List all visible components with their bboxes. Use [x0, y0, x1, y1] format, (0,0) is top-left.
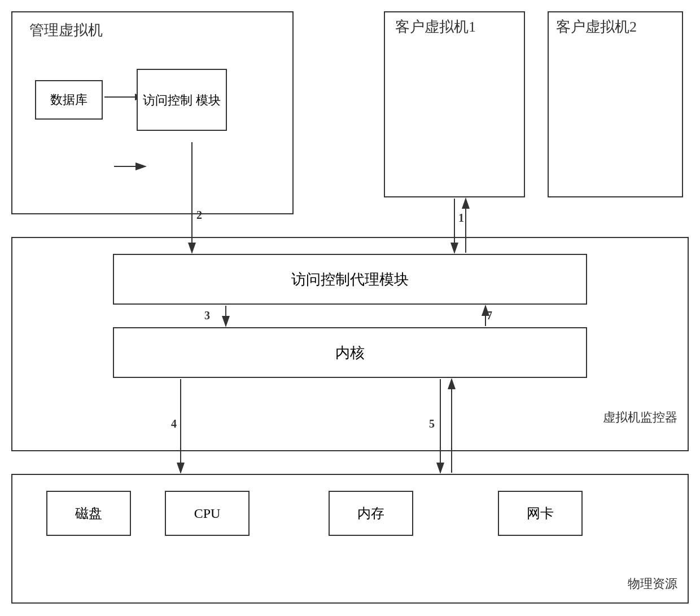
cpu-box: CPU	[165, 491, 250, 536]
kernel-label: 内核	[335, 343, 365, 363]
db-box: 数据库	[35, 80, 103, 120]
disk-box: 磁盘	[46, 491, 131, 536]
cpu-label: CPU	[194, 506, 221, 521]
client-vm2-box	[548, 11, 683, 197]
acpm-box: 访问控制代理模块	[113, 254, 587, 305]
acpm-label: 访问控制代理模块	[291, 270, 409, 289]
kernel-box: 内核	[113, 327, 587, 378]
acm-label: 访问控制 模块	[143, 91, 221, 109]
phys-label: 物理资源	[628, 575, 677, 592]
disk-label: 磁盘	[75, 504, 102, 522]
nic-box: 网卡	[498, 491, 583, 536]
mgmt-vm-label: 管理虚拟机	[12, 12, 292, 40]
client-vm1-label: 客户虚拟机1	[395, 17, 476, 37]
client-vm1-box	[384, 11, 525, 197]
nic-label: 网卡	[527, 504, 554, 522]
memory-box: 内存	[329, 491, 413, 536]
vmm-section: 访问控制代理模块 内核	[11, 237, 689, 451]
acm-box: 访问控制 模块	[137, 69, 227, 131]
memory-label: 内存	[357, 504, 384, 522]
phys-section: 磁盘 CPU 内存 网卡	[11, 474, 689, 604]
client-vm2-label: 客户虚拟机2	[556, 17, 637, 37]
db-label: 数据库	[50, 91, 88, 108]
mgmt-vm-box: 管理虚拟机 数据库 访问控制 模块	[11, 11, 294, 214]
arrow-label-1: 1	[458, 212, 464, 225]
diagram-container: 2 1 3 4 5 6 7 管理虚拟机 数据库 访问控制 模块 客户虚拟机1 客…	[0, 0, 700, 616]
vmm-label: 虚拟机监控器	[603, 409, 677, 426]
